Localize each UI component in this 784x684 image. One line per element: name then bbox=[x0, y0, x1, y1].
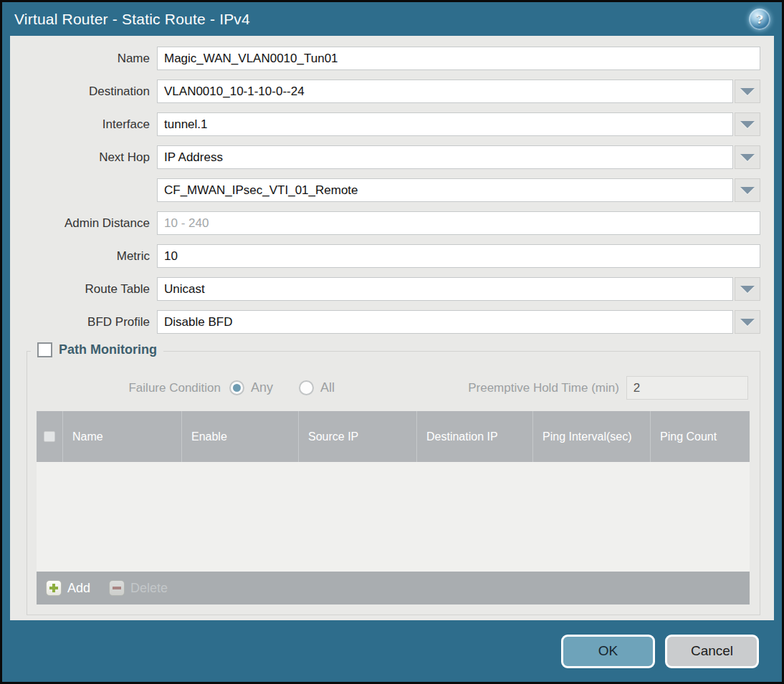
dialog-body: Name Destination Interface bbox=[10, 36, 774, 620]
chevron-down-icon bbox=[740, 187, 755, 194]
static-route-dialog: Virtual Router - Static Route - IPv4 ? N… bbox=[0, 0, 784, 684]
plus-icon bbox=[46, 580, 62, 596]
path-monitoring-legend: Path Monitoring bbox=[31, 342, 163, 357]
column-header-source-ip: Source IP bbox=[299, 411, 417, 462]
add-button-label: Add bbox=[67, 581, 90, 596]
select-all-checkbox[interactable] bbox=[44, 431, 55, 442]
interface-row: Interface bbox=[10, 112, 760, 136]
failure-condition-any-label: Any bbox=[251, 380, 273, 395]
route-table-input[interactable] bbox=[157, 277, 733, 301]
next-hop-address-input[interactable] bbox=[157, 178, 733, 202]
preemptive-hold-time-input bbox=[626, 376, 748, 400]
next-hop-type-input[interactable] bbox=[157, 145, 733, 169]
failure-condition-label: Failure Condition bbox=[27, 381, 229, 395]
column-header-destination-ip: Destination IP bbox=[417, 411, 533, 462]
help-icon[interactable]: ? bbox=[749, 9, 770, 30]
dialog-title: Virtual Router - Static Route - IPv4 bbox=[14, 11, 250, 28]
dialog-footer: OK Cancel bbox=[2, 620, 782, 682]
table-header-row: Name Enable Source IP Destination IP Pin… bbox=[37, 411, 750, 462]
help-icon-glyph: ? bbox=[756, 12, 763, 27]
name-row: Name bbox=[10, 47, 760, 70]
dialog-titlebar: Virtual Router - Static Route - IPv4 ? bbox=[2, 2, 782, 36]
destination-row: Destination bbox=[10, 80, 760, 103]
interface-label: Interface bbox=[10, 117, 157, 132]
admin-distance-input[interactable] bbox=[157, 211, 760, 235]
name-input[interactable] bbox=[157, 47, 760, 70]
metric-input[interactable] bbox=[157, 244, 760, 268]
cancel-button[interactable]: Cancel bbox=[665, 635, 759, 668]
route-table-label: Route Table bbox=[10, 282, 157, 297]
select-all-cell bbox=[37, 411, 63, 462]
chevron-down-icon bbox=[740, 154, 755, 161]
column-header-name: Name bbox=[63, 411, 182, 462]
route-table-row: Route Table bbox=[10, 277, 760, 301]
admin-distance-label: Admin Distance bbox=[10, 216, 157, 231]
next-hop-label: Next Hop bbox=[10, 150, 157, 165]
next-hop-row: Next Hop bbox=[10, 145, 760, 169]
column-header-enable: Enable bbox=[182, 411, 299, 462]
delete-button-label: Delete bbox=[130, 581, 168, 596]
path-monitoring-table: Name Enable Source IP Destination IP Pin… bbox=[37, 411, 750, 604]
destination-input[interactable] bbox=[157, 80, 733, 103]
table-footer: Add Delete bbox=[37, 572, 750, 604]
interface-dropdown-button[interactable] bbox=[735, 112, 760, 136]
destination-dropdown-button[interactable] bbox=[735, 80, 760, 103]
path-monitoring-checkbox[interactable] bbox=[37, 342, 52, 357]
path-monitoring-section: Path Monitoring Failure Condition Any Al… bbox=[27, 351, 760, 615]
ok-button[interactable]: OK bbox=[561, 635, 655, 668]
next-hop-type-dropdown-button[interactable] bbox=[735, 145, 760, 169]
bfd-profile-row: BFD Profile bbox=[10, 310, 760, 334]
bfd-profile-label: BFD Profile bbox=[10, 315, 157, 329]
failure-condition-row: Failure Condition Any All Preemptive Hol… bbox=[27, 376, 748, 400]
destination-label: Destination bbox=[10, 85, 157, 99]
column-header-ping-interval: Ping Interval(sec) bbox=[533, 411, 651, 462]
delete-button: Delete bbox=[109, 580, 168, 596]
minus-icon bbox=[109, 580, 125, 596]
bfd-profile-input[interactable] bbox=[157, 310, 733, 334]
table-body-empty bbox=[37, 462, 750, 572]
chevron-down-icon bbox=[740, 319, 755, 326]
name-label: Name bbox=[10, 52, 157, 66]
preemptive-hold-time-label: Preemptive Hold Time (min) bbox=[468, 381, 626, 395]
column-header-ping-count: Ping Count bbox=[651, 411, 750, 462]
next-hop-address-dropdown-button[interactable] bbox=[735, 178, 760, 202]
failure-condition-all-radio bbox=[299, 380, 314, 395]
path-monitoring-title: Path Monitoring bbox=[59, 342, 157, 357]
failure-condition-any-radio bbox=[229, 380, 244, 395]
next-hop-address-row bbox=[10, 178, 760, 202]
interface-input[interactable] bbox=[157, 112, 733, 136]
add-button[interactable]: Add bbox=[46, 580, 90, 596]
metric-label: Metric bbox=[10, 249, 157, 264]
failure-condition-all-label: All bbox=[320, 380, 335, 395]
admin-distance-row: Admin Distance bbox=[10, 211, 760, 235]
chevron-down-icon bbox=[740, 121, 755, 128]
metric-row: Metric bbox=[10, 244, 760, 268]
chevron-down-icon bbox=[740, 88, 755, 95]
chevron-down-icon bbox=[740, 286, 755, 293]
bfd-profile-dropdown-button[interactable] bbox=[735, 310, 760, 334]
route-table-dropdown-button[interactable] bbox=[735, 277, 760, 301]
